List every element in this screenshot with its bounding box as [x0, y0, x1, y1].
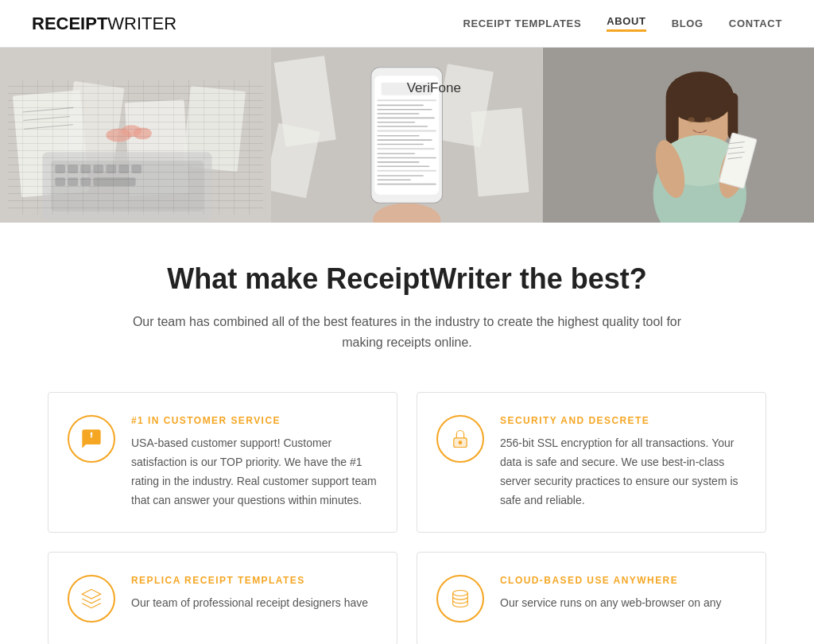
replica-content: REPLICA RECEIPT TEMPLATES Our team of pr… [131, 575, 368, 613]
svg-rect-41 [378, 130, 437, 132]
svg-rect-15 [118, 165, 129, 173]
feature-card-cloud: CLOUD-BASED USE ANYWHERE Our service run… [417, 552, 766, 644]
page-heading: What make ReceiptWriter the best? [48, 262, 766, 296]
svg-rect-20 [93, 177, 135, 186]
svg-point-62 [704, 118, 711, 122]
hero-panel-woman [543, 48, 814, 223]
security-desc: 256-bit SSL encryption for all transacti… [500, 434, 746, 510]
svg-rect-11 [68, 165, 78, 173]
svg-rect-34 [378, 99, 437, 101]
svg-point-79 [453, 591, 468, 596]
svg-rect-53 [378, 184, 437, 185]
replica-icon-wrap [68, 575, 115, 623]
site-header: RECEIPTWRITER RECEIPT TEMPLATES ABOUT BL… [0, 0, 814, 48]
phone-image: VeriFone [271, 48, 542, 223]
svg-rect-35 [378, 105, 424, 107]
feature-card-security: SECURITY AND DESCRETE 256-bit SSL encryp… [417, 392, 766, 533]
security-icon-wrap [436, 415, 484, 463]
database-icon [449, 588, 471, 610]
feature-card-customer-service: #1 IN CUSTOMER SERVICE USA-based custome… [48, 392, 397, 533]
nav-about[interactable]: ABOUT [607, 15, 645, 32]
svg-text:VeriFone: VeriFone [407, 80, 461, 95]
svg-rect-4 [182, 86, 246, 172]
customer-service-icon-wrap [68, 415, 115, 463]
svg-rect-8 [42, 152, 211, 219]
svg-rect-2 [62, 81, 124, 173]
cloud-desc: Our service runs on any web-browser on a… [500, 594, 722, 613]
svg-rect-40 [378, 126, 428, 127]
svg-rect-51 [378, 175, 424, 177]
svg-rect-60 [727, 93, 738, 140]
svg-rect-27 [471, 107, 529, 196]
logo-bold: RECEIPT [32, 14, 107, 33]
chat-icon [80, 428, 103, 450]
replica-title: REPLICA RECEIPT TEMPLATES [131, 575, 368, 586]
svg-rect-50 [378, 170, 437, 172]
svg-rect-49 [378, 165, 430, 167]
page-subheading: Our team has combined all of the best fe… [129, 312, 685, 352]
svg-rect-10 [55, 165, 65, 173]
svg-point-75 [90, 438, 97, 444]
svg-rect-19 [80, 177, 91, 186]
nav-contact[interactable]: CONTACT [729, 17, 782, 29]
cloud-icon-wrap [436, 575, 484, 623]
woman-image [543, 48, 814, 223]
svg-line-5 [22, 107, 73, 112]
svg-rect-37 [378, 113, 420, 114]
svg-point-61 [688, 118, 695, 122]
svg-rect-14 [106, 165, 116, 173]
svg-rect-36 [378, 109, 432, 111]
cloud-content: CLOUD-BASED USE ANYWHERE Our service run… [500, 575, 722, 613]
svg-point-22 [122, 125, 142, 137]
svg-point-77 [459, 441, 463, 445]
svg-rect-3 [125, 99, 189, 196]
customer-service-title: #1 IN CUSTOMER SERVICE [131, 415, 378, 426]
svg-rect-46 [378, 153, 416, 154]
cloud-title: CLOUD-BASED USE ANYWHERE [500, 575, 722, 586]
svg-rect-16 [131, 165, 141, 173]
hero-panel-keyboard [0, 48, 271, 223]
main-nav: RECEIPT TEMPLATES ABOUT BLOG CONTACT [463, 15, 782, 32]
svg-rect-42 [378, 135, 420, 137]
svg-point-21 [106, 128, 131, 142]
feature-card-replica: REPLICA RECEIPT TEMPLATES Our team of pr… [48, 552, 397, 644]
replica-desc: Our team of professional receipt designe… [131, 594, 368, 613]
svg-rect-59 [665, 93, 678, 144]
lock-icon [449, 428, 471, 450]
main-content: What make ReceiptWriter the best? Our te… [0, 223, 814, 644]
svg-rect-12 [80, 165, 91, 173]
logo-light: WRITER [107, 14, 176, 33]
nav-blog[interactable]: BLOG [672, 17, 704, 29]
svg-rect-13 [93, 165, 103, 173]
box-icon [80, 588, 103, 610]
hero-panel-phone: VeriFone [271, 48, 542, 223]
svg-rect-44 [378, 144, 424, 145]
features-grid: #1 IN CUSTOMER SERVICE USA-based custome… [48, 392, 766, 644]
security-content: SECURITY AND DESCRETE 256-bit SSL encryp… [500, 415, 746, 510]
svg-rect-38 [378, 118, 436, 119]
customer-service-content: #1 IN CUSTOMER SERVICE USA-based custome… [131, 415, 378, 510]
svg-line-6 [23, 116, 69, 120]
site-logo[interactable]: RECEIPTWRITER [32, 14, 176, 34]
svg-rect-17 [55, 177, 65, 186]
nav-receipt-templates[interactable]: RECEIPT TEMPLATES [463, 17, 581, 29]
svg-rect-39 [378, 122, 416, 123]
svg-rect-43 [378, 139, 432, 141]
svg-rect-45 [378, 148, 436, 149]
svg-rect-1 [13, 90, 89, 197]
keyboard-image [0, 48, 271, 223]
svg-point-23 [133, 127, 151, 139]
hero-banner: VeriFone [0, 48, 814, 223]
svg-rect-47 [378, 157, 437, 159]
security-title: SECURITY AND DESCRETE [500, 415, 746, 426]
customer-service-desc: USA-based customer support! Customer sat… [131, 434, 378, 510]
svg-rect-52 [378, 179, 412, 180]
svg-rect-0 [0, 48, 271, 223]
svg-rect-48 [378, 161, 420, 163]
svg-line-7 [24, 125, 73, 129]
svg-rect-18 [68, 177, 78, 186]
svg-rect-9 [51, 161, 204, 211]
